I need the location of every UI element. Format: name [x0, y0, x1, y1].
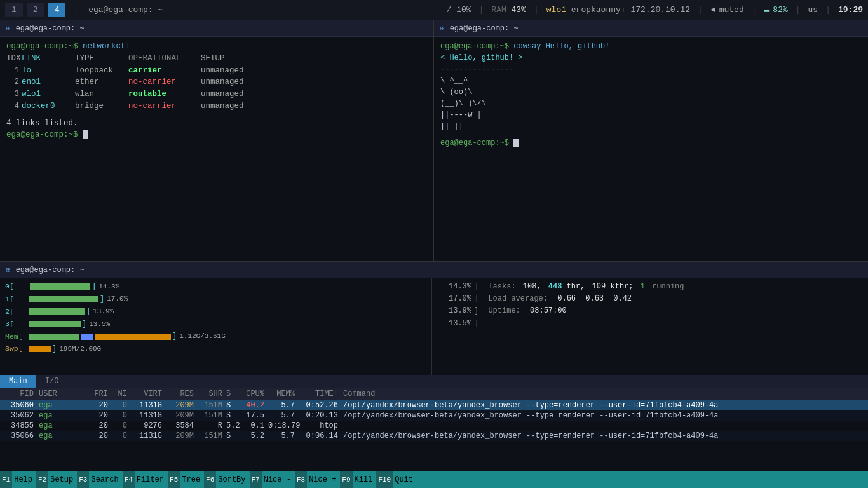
cowsay-line-4: (__)\ )\/\: [440, 98, 862, 109]
cowsay-prompt2-line: ega@ega-comp:~$: [440, 137, 862, 149]
tab-io[interactable]: I/O: [36, 375, 68, 388]
proc-section: Main I/O PID USER PRI NI VIRT RES SHR S …: [0, 375, 868, 471]
cowsay-line-6: || ||: [440, 121, 862, 132]
panel-right-content[interactable]: ega@ega-comp:~$ cowsay Hello, github! < …: [434, 37, 868, 261]
header-pri: PRI: [86, 390, 112, 398]
cowsay-command-line: ega@ega-comp:~$ cowsay Hello, github!: [440, 41, 862, 52]
f8-niceup[interactable]: F8 Nice +: [295, 471, 340, 488]
cowsay-line-1: ----------------: [440, 64, 862, 75]
cpu-bar-2: 2[ ] 13.9%: [5, 306, 426, 318]
panel-left: ⊞ ega@ega-comp: ~ ega@ega-comp:~$ networ…: [0, 20, 434, 261]
header-mem: MEM%: [268, 390, 299, 398]
cpu-bar-3: 3[ ] 13.5%: [5, 318, 426, 330]
header-pid: PID: [4, 390, 39, 398]
mem-bar: Mem[ ] 1.12G/3.61G: [5, 330, 426, 342]
fnkeys-bar: F1 Help F2 Setup F3 Search F4 Filter F5 …: [0, 471, 868, 488]
battery-icon: ▬: [764, 5, 770, 15]
proc-row-35066[interactable]: 35066 ega 20 0 1131G 209M 151M S 5.2 5.7…: [0, 431, 868, 441]
tasks-line: 14.3% ] Tasks: 108, 448 thr, 109 kthr; 1…: [440, 281, 860, 293]
nc-row-wlo1: 3 wlo1 wlan routable unmanaged: [6, 88, 426, 100]
bottom-titlebar: ⊞ ega@ega-comp: ~: [0, 262, 868, 278]
header-cpu: CPU%: [238, 390, 268, 398]
top-panels: ⊞ ega@ega-comp: ~ ega@ega-comp:~$ networ…: [0, 20, 868, 262]
locale: us: [808, 5, 818, 15]
command-line: ega@ega-comp:~$ networkctl: [6, 41, 426, 53]
f10-quit[interactable]: F10 Quit: [376, 471, 417, 488]
panel-left-content[interactable]: ega@ega-comp:~$ networkctl IDX LINK TYPE…: [0, 37, 433, 261]
nc-row-eno1: 2 eno1 ether no-carrier unmanaged: [6, 76, 426, 88]
proc-header: PID USER PRI NI VIRT RES SHR S CPU% MEM%…: [0, 388, 868, 400]
panel-right-title: ega@ega-comp: ~: [450, 24, 519, 33]
panel-left-icon: ⊞: [6, 24, 11, 32]
network-stat: wlo1 егорkaопнут 172.20.10.12: [546, 5, 690, 15]
bottom-panel-icon: ⊞: [6, 266, 11, 274]
proc-row-35062[interactable]: 35062 ega 20 0 1131G 209M 151M S 17.5 5.…: [0, 410, 868, 421]
htop-stats: 14.3% ] Tasks: 108, 448 thr, 109 kthr; 1…: [432, 278, 868, 375]
cpu-bar-1: 1[ ] 17.0%: [5, 294, 426, 306]
f1-help[interactable]: F1 Help: [0, 471, 36, 488]
cowsay-line-3: \ (oo)\_______: [440, 86, 862, 98]
header-user: USER: [39, 390, 86, 398]
topbar: 1 2 4 | ega@ega-comp: ~ / 10% | RAM 43% …: [0, 0, 868, 20]
separator: |: [73, 5, 78, 15]
muted-icon: ◄: [710, 5, 715, 15]
proc-row-34855[interactable]: 34855 ega 20 0 9276 3584 R 5.2 0.1 0:18.…: [0, 421, 868, 431]
header-shr: SHR: [198, 390, 226, 398]
htop-area: 0[ ] 14.3% 1[ ] 17.0% 2[ ] 13.9%: [0, 278, 868, 375]
f6-sortby[interactable]: F6 SortBy: [204, 471, 249, 488]
proc-tabs: Main I/O: [0, 375, 868, 388]
tab-4[interactable]: 4: [48, 3, 66, 17]
links-listed: 4 links listed.: [6, 118, 426, 130]
f7-nicedown[interactable]: F7 Nice -: [250, 471, 295, 488]
main-area: ⊞ ega@ega-comp: ~ ega@ega-comp:~$ networ…: [0, 20, 868, 488]
cpu-bar-0: 0[ ] 14.3%: [5, 281, 426, 293]
battery-val: 82%: [773, 5, 787, 15]
bottom-panel: ⊞ ega@ega-comp: ~ 0[ ] 14.3% 1[ ] 17.0%: [0, 262, 868, 488]
clock: 19:29: [838, 5, 863, 15]
panel-left-title: ega@ega-comp: ~: [16, 24, 85, 33]
bottom-panel-title: ega@ega-comp: ~: [16, 266, 85, 274]
proc-row-35060[interactable]: 35060 ega 20 0 1131G 209M 151M S 40.2 5.…: [0, 400, 868, 410]
tab-1[interactable]: 1: [5, 3, 23, 17]
header-cmd: Command: [343, 390, 864, 398]
header-res: RES: [166, 390, 198, 398]
uptime-line: 13.9% ] Uptime: 08:57:00: [440, 305, 860, 317]
nc-row-lo: 1 lo loopback carrier unmanaged: [6, 65, 426, 77]
empty-line: 13.5% ]: [440, 318, 860, 330]
nc-header: IDX LINK TYPE OPERATIONAL SETUP: [6, 53, 426, 65]
nc-row-docker0: 4 docker0 bridge no-carrier unmanaged: [6, 100, 426, 112]
htop-bars: 0[ ] 14.3% 1[ ] 17.0% 2[ ] 13.9%: [0, 278, 432, 375]
f3-search[interactable]: F3 Search: [77, 471, 122, 488]
tab-main[interactable]: Main: [0, 375, 36, 388]
panel-right: ⊞ ega@ega-comp: ~ ega@ega-comp:~$ cowsay…: [434, 20, 868, 261]
panel-right-icon: ⊞: [440, 24, 445, 32]
load-line: 17.0% ] Load average: 0.66 0.63 0.42: [440, 293, 860, 305]
cowsay-line-0: < Hello, github! >: [440, 52, 862, 64]
tab-2[interactable]: 2: [27, 3, 44, 17]
cowsay-line-2: \ ^__^: [440, 75, 862, 86]
muted-label: muted: [719, 5, 744, 15]
header-ni: NI: [112, 390, 131, 398]
cpu-stat: / 10%: [447, 5, 471, 15]
header-s: S: [226, 390, 238, 398]
prompt2-line: ega@ega-comp:~$: [6, 129, 426, 141]
ram-stat: RAM 43%: [491, 5, 526, 15]
f9-kill[interactable]: F9 Kill: [340, 471, 376, 488]
f4-filter[interactable]: F4 Filter: [123, 471, 168, 488]
header-virt: VIRT: [131, 390, 166, 398]
panel-left-titlebar: ⊞ ega@ega-comp: ~: [0, 20, 433, 37]
header-time: TIME+: [299, 390, 343, 398]
f5-tree[interactable]: F5 Tree: [168, 471, 204, 488]
swp-bar: Swp[ ] 199M/2.00G: [5, 343, 426, 355]
topbar-host: ega@ega-comp: ~: [88, 5, 163, 15]
f2-setup[interactable]: F2 Setup: [36, 471, 77, 488]
cowsay-line-5: ||----w |: [440, 109, 862, 121]
panel-right-titlebar: ⊞ ega@ega-comp: ~: [434, 20, 868, 37]
